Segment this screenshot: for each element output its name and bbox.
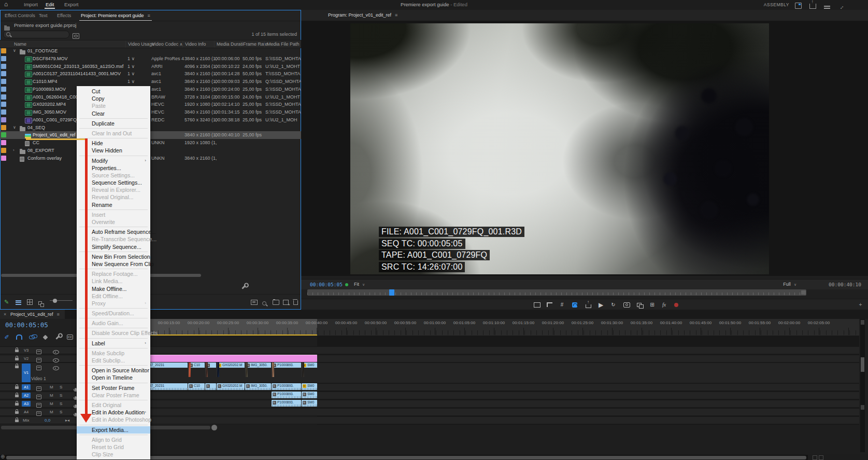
solo-track-button[interactable]: S — [60, 409, 62, 415]
panel-tab-effects[interactable]: Effects — [57, 10, 71, 21]
panel-layout-icon[interactable] — [824, 2, 831, 8]
timeline-clip-p1000893[interactable]: P1000893.fx — [272, 363, 301, 382]
column-header-name[interactable]: Name — [12, 40, 26, 48]
menu-item-sequence-settings[interactable]: Sequence Settings... — [77, 179, 150, 186]
project-row-08-export[interactable]: ›08_EXPORT — [0, 147, 301, 155]
menu-item-properties[interactable]: Properties... — [77, 164, 150, 172]
project-row-p1000893-mov[interactable]: P1000893.MOVavc13840 x 2160 (1,00:00:24:… — [0, 86, 301, 93]
timeline-clip-unnamed[interactable]: fx — [205, 363, 216, 382]
label-color-chip[interactable] — [1, 71, 6, 76]
track-lane-a3[interactable] — [123, 400, 859, 408]
graphic-clip-pink[interactable] — [130, 355, 317, 362]
project-row-conform-overlay[interactable]: Conform overlayUNKN3840 x 2160 (1, — [0, 155, 301, 162]
menu-item-open-in-timeline[interactable]: Open in Timeline — [77, 374, 150, 381]
project-row-a001-06260418-c004[interactable]: A001_06260418_C004.BRAW3728 x 3104 (2,00… — [0, 93, 301, 101]
track-target-a2[interactable]: A2 — [22, 393, 31, 398]
snapshot-icon[interactable] — [623, 301, 631, 309]
sync-lock-icon[interactable] — [36, 366, 41, 370]
loop-icon[interactable]: ↻ — [609, 301, 617, 309]
project-row-c1010-mp4[interactable]: C1010.MP41 ∨avc13840 x 2160 (1,00:00:09:… — [0, 78, 301, 86]
label-color-chip[interactable] — [1, 148, 6, 153]
track-lane-v3[interactable] — [123, 346, 859, 354]
panel-menu-icon[interactable]: ≡ — [148, 13, 150, 18]
label-color-chip[interactable] — [1, 117, 6, 122]
program-scrubber[interactable] — [307, 289, 806, 296]
toggle-track-output-icon[interactable] — [53, 350, 59, 354]
label-color-chip[interactable] — [1, 79, 6, 84]
insert-overwrite-toggle-icon[interactable]: ✐ — [3, 333, 10, 341]
panel-tab-text[interactable]: Text — [39, 10, 48, 21]
label-color-chip[interactable] — [1, 87, 6, 92]
menu-item-set-poster-frame[interactable]: Set Poster Frame — [77, 384, 150, 392]
automate-to-sequence-icon[interactable] — [251, 298, 258, 307]
menu-item-clear[interactable]: Clear — [77, 110, 150, 117]
lock-track-icon[interactable] — [15, 358, 19, 360]
label-color-chip[interactable] — [1, 102, 6, 107]
label-color-chip[interactable] — [1, 48, 6, 53]
column-header-media-file-path[interactable]: Media File Path — [264, 40, 300, 48]
zoom-level-dropdown[interactable]: Fit∨ — [352, 281, 367, 288]
safe-margins-icon[interactable] — [533, 301, 541, 309]
menu-item-new-sequence-from-clip[interactable]: New Sequence From Clip — [77, 260, 150, 268]
zoom-slider[interactable] — [50, 300, 73, 301]
button-editor-plus-icon[interactable]: + — [857, 301, 864, 309]
grid-icon[interactable]: # — [558, 301, 566, 309]
column-header-video-codec[interactable]: Video Codec ∧ — [149, 40, 182, 48]
timeline-clip-sm0[interactable]: SM0fx — [302, 383, 317, 390]
list-view-icon[interactable] — [16, 298, 21, 307]
program-playhead[interactable] — [389, 289, 394, 296]
solo-track-button[interactable]: S — [60, 400, 62, 407]
label-color-chip[interactable] — [1, 94, 6, 100]
expander-icon[interactable]: › — [13, 147, 15, 154]
mute-track-button[interactable]: M — [50, 400, 53, 407]
expander-icon[interactable]: ∨ — [13, 124, 16, 131]
timeline-clip-sm0[interactable]: SM0fx — [302, 400, 317, 407]
fullscreen-icon[interactable]: ↔ — [838, 2, 845, 8]
lock-track-icon[interactable] — [15, 411, 19, 414]
timeline-clip-sm0[interactable]: SM0fx — [302, 392, 317, 398]
multicam-view-icon[interactable]: ⊞ — [648, 301, 656, 309]
timeline-clip-p1000893[interactable]: P1000893.fx — [272, 392, 301, 398]
video-usage[interactable]: 1 ∨ — [127, 78, 135, 86]
timeline-settings-wrench-icon[interactable] — [54, 333, 61, 341]
menu-item-new-bin-from-selection[interactable]: New Bin From Selection — [77, 253, 150, 260]
video-usage[interactable]: 1 ∨ — [127, 70, 135, 78]
timeline-ruler[interactable]: 00:00:15:0000:00:20:0000:00:25:0000:00:3… — [123, 319, 859, 336]
track-target-v2[interactable]: V2 — [22, 356, 31, 361]
toggle-track-output-icon[interactable] — [53, 366, 59, 370]
video-usage[interactable]: 1 ∨ — [127, 55, 135, 63]
label-color-chip[interactable] — [1, 64, 6, 69]
track-target-v3[interactable]: V3 — [22, 347, 31, 353]
project-row-04-seq[interactable]: ∨04_SEQ — [0, 124, 301, 132]
timeline-clip-p1000893[interactable]: P1000893.fx — [272, 383, 301, 390]
mute-track-button[interactable]: M — [50, 409, 53, 415]
timeline-timecode[interactable]: 00:00:05:05 — [5, 321, 48, 329]
column-header-video-info[interactable]: Video Info — [182, 40, 206, 48]
menu-item-make-offline[interactable]: Make Offline... — [77, 285, 150, 292]
sync-lock-icon[interactable] — [36, 403, 41, 408]
new-bin-icon[interactable] — [273, 298, 279, 307]
freeform-view-icon[interactable] — [38, 298, 42, 307]
sync-lock-icon[interactable] — [36, 395, 41, 399]
mute-track-button[interactable]: M — [50, 392, 53, 399]
fx-icon[interactable]: fx — [660, 301, 668, 309]
expander-icon[interactable]: ∨ — [13, 47, 16, 54]
find-icon[interactable] — [262, 298, 266, 308]
close-tab-icon[interactable]: × — [4, 310, 6, 319]
sync-lock-icon[interactable] — [36, 358, 41, 363]
guides-icon[interactable] — [546, 301, 553, 309]
play-icon[interactable]: ▶ — [597, 301, 605, 309]
label-color-chip[interactable] — [1, 132, 6, 137]
program-monitor-tab[interactable]: Program: Project_v01_edit_ref≡ — [328, 10, 397, 21]
project-row-cc[interactable]: CCUNKN1920 x 1080 (1, — [0, 139, 301, 147]
delete-icon[interactable] — [293, 298, 298, 307]
panel-menu-icon[interactable]: ≡ — [395, 12, 397, 18]
fit-audio-icon[interactable]: ▸◂ — [65, 417, 69, 424]
timeline-clip-unnamed[interactable]: fx — [205, 383, 216, 390]
mute-track-button[interactable]: M — [50, 384, 53, 391]
menu-item-label[interactable]: Label› — [77, 340, 150, 347]
menu-item-export-media[interactable]: Export Media... — [77, 426, 150, 434]
workspace-label[interactable]: ASSEMBLY — [764, 0, 789, 9]
lock-track-icon[interactable] — [15, 395, 19, 397]
lock-track-icon[interactable] — [15, 403, 19, 406]
